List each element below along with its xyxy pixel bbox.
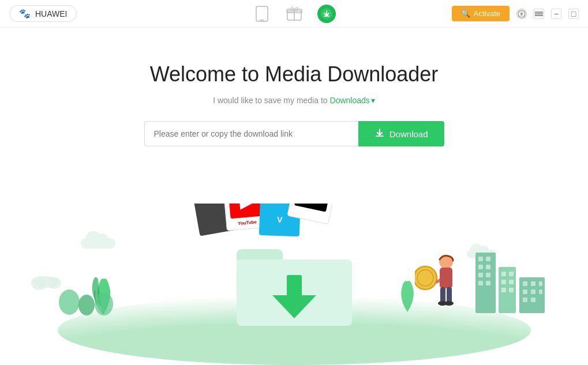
svg-rect-68 bbox=[523, 281, 527, 286]
svg-rect-57 bbox=[486, 273, 490, 277]
svg-rect-73 bbox=[539, 289, 542, 294]
media-cards: YouTube V BBC bbox=[179, 204, 346, 250]
svg-rect-48 bbox=[447, 287, 452, 303]
svg-rect-0 bbox=[256, 6, 268, 21]
svg-rect-1 bbox=[260, 20, 264, 21]
svg-point-77 bbox=[31, 276, 47, 290]
svg-rect-47 bbox=[440, 287, 445, 303]
svg-point-81 bbox=[95, 292, 113, 315]
title-bar: 🐾 HUAWEI � bbox=[0, 0, 588, 28]
save-location-link[interactable]: Downloads ▾ bbox=[330, 96, 375, 105]
title-bar-left: 🐾 HUAWEI bbox=[9, 5, 77, 22]
svg-rect-75 bbox=[531, 298, 535, 302]
nav-phone-icon[interactable] bbox=[253, 5, 271, 23]
activate-button[interactable]: 🔍 Activate bbox=[452, 6, 510, 21]
person-with-coin bbox=[415, 250, 461, 310]
illustration: YouTube V BBC bbox=[0, 204, 588, 365]
svg-rect-63 bbox=[501, 280, 506, 284]
svg-rect-55 bbox=[486, 265, 490, 269]
svg-rect-56 bbox=[478, 273, 483, 277]
svg-point-80 bbox=[78, 295, 95, 315]
nav-download-icon[interactable] bbox=[317, 5, 336, 23]
svg-rect-74 bbox=[523, 298, 527, 302]
maximize-button[interactable]: □ bbox=[568, 9, 579, 19]
title-bar-center bbox=[253, 5, 336, 23]
maximize-icon: □ bbox=[571, 9, 576, 18]
download-button[interactable]: Download bbox=[358, 121, 444, 146]
device-icon: 🐾 bbox=[19, 8, 31, 19]
svg-rect-46 bbox=[440, 268, 452, 288]
svg-rect-59 bbox=[486, 281, 490, 285]
device-badge[interactable]: 🐾 HUAWEI bbox=[9, 5, 77, 22]
svg-point-78 bbox=[47, 277, 61, 289]
minimize-button[interactable]: − bbox=[551, 9, 561, 19]
svg-rect-69 bbox=[531, 281, 535, 286]
svg-rect-64 bbox=[509, 280, 514, 284]
svg-rect-66 bbox=[509, 288, 514, 292]
svg-point-50 bbox=[444, 301, 454, 306]
svg-rect-61 bbox=[501, 272, 506, 276]
svg-rect-72 bbox=[531, 289, 535, 294]
svg-rect-52 bbox=[478, 257, 483, 261]
svg-rect-58 bbox=[478, 281, 483, 285]
download-bar: Download bbox=[144, 121, 444, 146]
search-icon: 🔍 bbox=[461, 9, 470, 18]
cloud-left bbox=[81, 238, 115, 249]
nav-gift-icon[interactable] bbox=[285, 5, 304, 23]
download-label: Download bbox=[389, 129, 428, 139]
svg-rect-65 bbox=[501, 288, 506, 292]
welcome-title: Welcome to Media Downloader bbox=[150, 62, 439, 86]
activate-label: Activate bbox=[474, 9, 500, 18]
svg-rect-54 bbox=[478, 265, 483, 269]
main-content: Welcome to Media Downloader I would like… bbox=[0, 28, 588, 146]
download-circle-icon[interactable] bbox=[516, 9, 527, 19]
url-input[interactable] bbox=[144, 121, 358, 146]
chevron-down-icon: ▾ bbox=[371, 96, 375, 105]
minimize-icon: − bbox=[554, 9, 559, 18]
svg-text:V: V bbox=[276, 215, 283, 224]
download-btn-icon bbox=[374, 127, 385, 140]
svg-rect-62 bbox=[509, 272, 514, 276]
folder bbox=[231, 238, 358, 329]
svg-rect-71 bbox=[523, 289, 527, 294]
device-name: HUAWEI bbox=[35, 9, 67, 18]
menu-icon[interactable] bbox=[534, 9, 544, 19]
buildings bbox=[475, 244, 545, 313]
save-location-row: I would like to save my media to Downloa… bbox=[213, 96, 375, 105]
left-landscape bbox=[29, 270, 133, 325]
title-bar-right: 🔍 Activate − □ bbox=[452, 6, 579, 21]
svg-point-79 bbox=[59, 289, 80, 315]
svg-rect-14 bbox=[287, 275, 302, 297]
svg-rect-53 bbox=[486, 257, 490, 261]
svg-rect-70 bbox=[539, 281, 542, 286]
save-prefix: I would like to save my media to bbox=[213, 96, 327, 105]
save-location-text: Downloads bbox=[330, 96, 370, 105]
